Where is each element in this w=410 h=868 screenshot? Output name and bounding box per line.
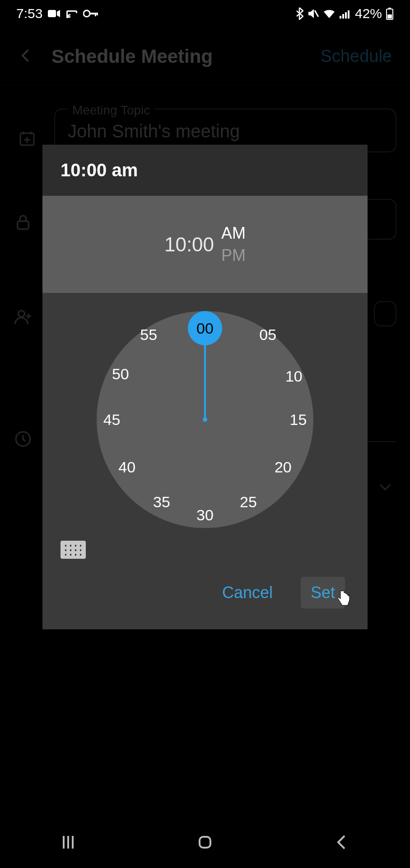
status-left: 7:53 (16, 6, 98, 21)
status-time: 7:53 (16, 6, 42, 21)
svg-rect-9 (348, 10, 349, 19)
clock-num-40[interactable]: 40 (113, 454, 140, 481)
time-picker-dialog: 10:00 am 10:00 AM PM 00 00 05 10 15 20 2… (42, 145, 368, 629)
vpn-key-icon (83, 9, 98, 18)
svg-line-5 (315, 10, 318, 17)
clock-num-05[interactable]: 05 (254, 321, 281, 349)
bluetooth-icon (295, 7, 303, 20)
cancel-button[interactable]: Cancel (212, 577, 283, 609)
clock-face[interactable]: 00 00 05 10 15 20 25 30 35 40 45 50 55 (97, 311, 313, 528)
battery-icon (386, 7, 394, 20)
clock-hand (204, 345, 206, 420)
clock-num-20[interactable]: 20 (270, 454, 297, 481)
svg-rect-8 (345, 12, 347, 19)
nav-back-icon[interactable] (331, 831, 353, 855)
set-button-label: Set (311, 583, 335, 602)
keyboard-icon (61, 541, 86, 559)
pm-option[interactable]: PM (221, 245, 246, 267)
clock-center (203, 417, 207, 422)
svg-rect-12 (387, 14, 392, 19)
clock-area: 00 00 05 10 15 20 25 30 35 40 45 50 55 (42, 293, 368, 537)
digital-hour[interactable]: 10:00 (164, 233, 214, 256)
ampm-selector[interactable]: AM PM (221, 222, 246, 266)
nav-home-icon[interactable] (194, 831, 216, 855)
time-picker-title: 10:00 am (42, 145, 368, 196)
clock-num-35[interactable]: 35 (148, 488, 175, 515)
dialog-actions: Cancel Set (42, 559, 368, 629)
clock-num-15[interactable]: 15 (284, 406, 312, 433)
clock-num-50[interactable]: 50 (107, 360, 134, 387)
svg-rect-11 (388, 8, 391, 9)
svg-rect-0 (48, 10, 56, 17)
svg-rect-3 (95, 13, 96, 16)
clock-num-55[interactable]: 55 (135, 321, 162, 349)
keyboard-toggle[interactable] (42, 537, 368, 559)
cursor-hand-icon (336, 590, 351, 611)
system-nav-bar (0, 818, 410, 868)
video-icon (48, 9, 61, 18)
svg-rect-26 (200, 837, 210, 848)
cast-icon (66, 9, 78, 19)
am-option[interactable]: AM (221, 222, 246, 245)
clock-num-25[interactable]: 25 (235, 488, 262, 515)
wifi-icon (322, 9, 336, 19)
clock-num-10[interactable]: 10 (280, 363, 308, 390)
mute-icon (307, 8, 319, 19)
set-button[interactable]: Set (301, 577, 345, 609)
digital-time-row: 10:00 AM PM (42, 196, 368, 293)
status-bar: 7:53 42% (0, 0, 410, 27)
svg-point-1 (84, 10, 90, 17)
signal-icon (340, 9, 351, 19)
svg-rect-6 (340, 16, 341, 19)
nav-recents-icon[interactable] (57, 831, 79, 855)
svg-rect-4 (97, 13, 98, 15)
status-right: 42% (295, 6, 394, 21)
battery-percent: 42% (355, 6, 382, 21)
svg-rect-7 (342, 14, 344, 19)
clock-num-30[interactable]: 30 (191, 501, 219, 528)
clock-num-45[interactable]: 45 (98, 406, 126, 433)
overlay: 10:00 am 10:00 AM PM 00 00 05 10 15 20 2… (0, 27, 410, 868)
svg-rect-2 (89, 13, 98, 14)
